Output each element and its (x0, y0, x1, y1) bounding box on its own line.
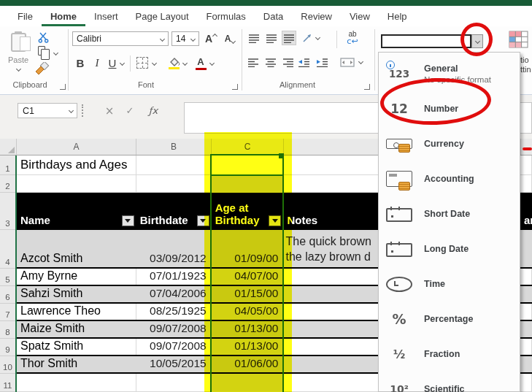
cell-B9[interactable]: 09/07/2008 (136, 339, 212, 355)
cell-A4[interactable]: Azcot Smith (17, 230, 136, 267)
column-header-B[interactable]: B (136, 139, 212, 155)
cell-C6[interactable]: 01/15/00 (212, 286, 284, 302)
cell-C5[interactable]: 04/07/00 (212, 269, 284, 285)
format-option-scientific[interactable]: 10²Scientific (379, 372, 520, 392)
row-header-9[interactable]: 9 (0, 339, 15, 356)
cell-C9[interactable]: 01/13/00 (212, 339, 284, 355)
format-option-percentage[interactable]: %Percentage (379, 301, 520, 337)
merge-menu-chevron-icon[interactable] (358, 59, 363, 64)
cell-B4[interactable]: 03/09/2012 (136, 230, 212, 267)
alignment-dialog-launcher[interactable] (364, 84, 370, 90)
row-header-6[interactable]: 6 (0, 286, 15, 304)
borders-button[interactable] (136, 57, 148, 69)
column-header-C[interactable]: C (212, 139, 284, 155)
tab-review[interactable]: Review (292, 6, 341, 26)
row-header-5[interactable]: 5 (0, 269, 15, 286)
name-box[interactable]: C1 (18, 103, 77, 118)
cell-E8[interactable] (520, 321, 532, 337)
cell-B3[interactable]: Birthdate (136, 193, 212, 228)
cell-A3[interactable]: Name (17, 193, 136, 228)
tab-page-layout[interactable]: Page Layout (127, 6, 198, 26)
cell-C3[interactable]: Age atBirthday (212, 193, 284, 228)
merge-center-button[interactable] (339, 55, 356, 69)
filter-button-age[interactable] (269, 215, 281, 226)
cell-A11[interactable] (17, 374, 136, 391)
cell-A5[interactable]: Amy Byrne (17, 269, 136, 285)
cell-C10[interactable]: 01/06/00 (212, 356, 284, 372)
tab-help[interactable]: Help (379, 6, 416, 26)
bold-button[interactable]: B (74, 56, 86, 69)
top-align-button[interactable] (247, 31, 261, 45)
format-option-number[interactable]: 12Number (379, 91, 520, 126)
fill-color-button[interactable] (166, 55, 181, 71)
increase-font-size-button[interactable]: A (204, 31, 218, 46)
cell-B7[interactable]: 08/25/1925 (136, 304, 212, 320)
tab-home[interactable]: Home (42, 6, 85, 26)
increase-indent-button[interactable] (315, 55, 329, 69)
cell-E2[interactable] (520, 175, 532, 192)
cell-E1[interactable] (520, 155, 532, 174)
row-header-4[interactable]: 4 (0, 230, 15, 269)
format-option-currency[interactable]: Currency (379, 126, 520, 161)
cell-A9[interactable]: Spatz Smith (17, 339, 136, 355)
decrease-indent-button[interactable] (296, 55, 311, 69)
font-color-button[interactable]: A (194, 55, 207, 71)
cell-C8[interactable]: 01/13/00 (212, 321, 284, 337)
align-left-button[interactable] (246, 55, 261, 69)
cell-E7[interactable] (520, 304, 532, 320)
cell-C11[interactable] (212, 374, 284, 391)
font-size-combobox[interactable]: 14 (171, 31, 199, 46)
cell-B8[interactable]: 09/07/2008 (136, 321, 212, 337)
tab-view[interactable]: View (341, 6, 379, 26)
font-color-chevron-icon[interactable] (209, 61, 215, 66)
orientation-chevron-icon[interactable] (315, 35, 320, 40)
cancel-button[interactable]: × (101, 103, 118, 118)
row-header-1[interactable]: 1 (0, 155, 15, 175)
tab-formulas[interactable]: Formulas (198, 6, 255, 26)
cell-E11[interactable] (520, 374, 532, 391)
cell-E5[interactable] (520, 269, 532, 285)
format-option-short-date[interactable]: Short Date (379, 196, 520, 231)
cell-E10[interactable] (520, 356, 532, 372)
filter-button-birthdate[interactable] (197, 215, 209, 226)
orientation-button[interactable] (300, 31, 315, 45)
select-all-corner[interactable] (0, 139, 17, 155)
cell-A10[interactable]: Thor Smith (17, 356, 136, 372)
tab-file[interactable]: File (9, 6, 42, 26)
cell-A2[interactable] (17, 175, 136, 192)
underline-button[interactable]: U (107, 56, 117, 69)
copy-menu-chevron-icon[interactable] (53, 50, 58, 55)
format-option-general[interactable]: 123GeneralNo specific format (379, 56, 520, 91)
format-painter-button[interactable] (34, 62, 50, 76)
copy-button[interactable] (38, 46, 45, 55)
cell-B5[interactable]: 07/01/1923 (136, 269, 212, 285)
number-format-dropdown-button[interactable] (471, 34, 483, 48)
row-header-10[interactable]: 10 (0, 356, 15, 374)
underline-menu-chevron-icon[interactable] (120, 61, 125, 66)
filter-button-name[interactable] (122, 215, 134, 226)
font-dialog-launcher[interactable] (232, 84, 238, 90)
cell-C2[interactable] (212, 175, 284, 192)
cell-A7[interactable]: Lawrence Theo (17, 304, 136, 320)
borders-menu-chevron-icon[interactable] (152, 61, 157, 66)
middle-align-button[interactable] (264, 31, 279, 45)
fill-handle[interactable] (279, 153, 284, 158)
cell-E4[interactable] (520, 230, 532, 267)
format-option-long-date[interactable]: Long Date (379, 231, 520, 266)
cell-A8[interactable]: Maize Smith (17, 321, 136, 337)
cell-B11[interactable] (136, 374, 212, 391)
cell-C1[interactable] (212, 155, 284, 174)
cut-button[interactable] (38, 32, 49, 43)
format-option-fraction[interactable]: ½Fraction (379, 337, 520, 372)
clipboard-dialog-launcher[interactable] (60, 84, 66, 90)
cell-B6[interactable]: 07/04/2006 (136, 286, 212, 302)
cell-B10[interactable]: 10/05/2015 (136, 356, 212, 372)
cell-E6[interactable] (520, 286, 532, 302)
cell-E3[interactable]: ar (520, 193, 532, 228)
cell-B1[interactable] (136, 155, 212, 174)
align-center-button[interactable] (263, 55, 278, 69)
conditional-formatting-button[interactable] (509, 31, 528, 49)
row-header-8[interactable]: 8 (0, 321, 15, 339)
row-header-2[interactable]: 2 (0, 175, 15, 193)
row-header-11[interactable]: 11 (0, 374, 15, 392)
